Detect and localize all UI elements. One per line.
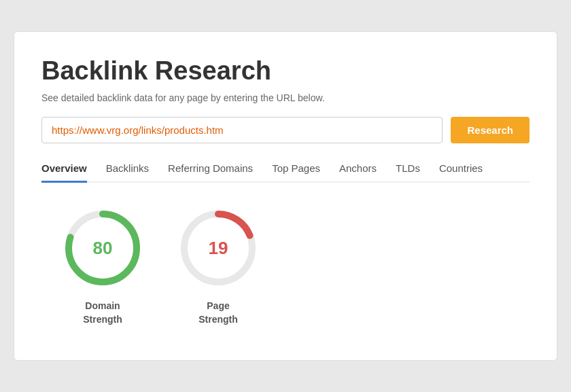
main-card: Backlink Research See detailed backlink … [14, 31, 557, 361]
tab-countries[interactable]: Countries [439, 162, 483, 183]
donut-value-domain-strength: 80 [93, 237, 113, 258]
donut-chart-domain-strength: 80 [62, 207, 143, 289]
url-input[interactable] [41, 117, 443, 143]
tab-backlinks[interactable]: Backlinks [106, 162, 149, 183]
tab-anchors[interactable]: Anchors [339, 162, 377, 183]
donut-chart-page-strength: 19 [177, 207, 259, 289]
search-row: Research [41, 117, 530, 143]
tab-referring-domains[interactable]: Referring Domains [168, 162, 253, 183]
tab-top-pages[interactable]: Top Pages [272, 162, 320, 183]
research-button[interactable]: Research [451, 117, 530, 143]
metrics-row: 80 DomainStrength 19 PageStrength [41, 207, 530, 326]
tab-overview[interactable]: Overview [41, 162, 87, 183]
donut-value-page-strength: 19 [209, 237, 228, 258]
metric-domain-strength: 80 DomainStrength [62, 207, 143, 326]
tabs-nav: OverviewBacklinksReferring DomainsTop Pa… [41, 162, 530, 183]
metric-label-page-strength: PageStrength [198, 300, 238, 326]
page-title: Backlink Research [41, 56, 530, 86]
metric-page-strength: 19 PageStrength [177, 207, 259, 326]
tab-tlds[interactable]: TLDs [396, 162, 420, 183]
metric-label-domain-strength: DomainStrength [83, 300, 122, 326]
subtitle: See detailed backlink data for any page … [41, 92, 530, 103]
